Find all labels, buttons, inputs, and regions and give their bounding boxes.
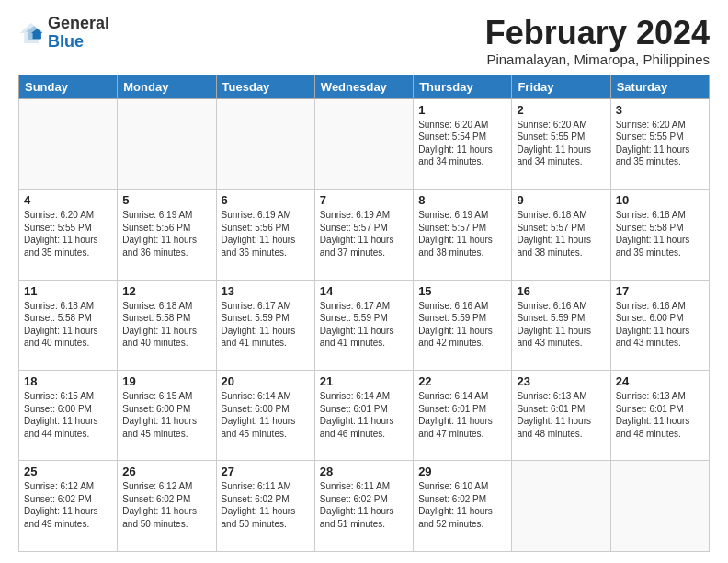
calendar-cell: 11Sunrise: 6:18 AM Sunset: 5:58 PM Dayli… bbox=[19, 280, 118, 370]
day-number: 5 bbox=[122, 193, 210, 207]
calendar-cell: 12Sunrise: 6:18 AM Sunset: 5:58 PM Dayli… bbox=[118, 280, 216, 370]
day-header-sunday: Sunday bbox=[19, 75, 118, 98]
day-info: Sunrise: 6:16 AM Sunset: 5:59 PM Dayligh… bbox=[517, 300, 605, 350]
day-info: Sunrise: 6:13 AM Sunset: 6:01 PM Dayligh… bbox=[517, 390, 605, 440]
day-info: Sunrise: 6:20 AM Sunset: 5:55 PM Dayligh… bbox=[616, 119, 704, 168]
day-number: 24 bbox=[616, 374, 704, 388]
day-header-monday: Monday bbox=[118, 75, 216, 98]
calendar-cell: 17Sunrise: 6:16 AM Sunset: 6:00 PM Dayli… bbox=[610, 280, 709, 370]
day-number: 4 bbox=[24, 193, 112, 207]
day-number: 25 bbox=[24, 465, 112, 478]
day-info: Sunrise: 6:19 AM Sunset: 5:57 PM Dayligh… bbox=[418, 209, 506, 259]
title-block: February 2024 Pinamalayan, Mimaropa, Phi… bbox=[485, 15, 710, 67]
day-number: 12 bbox=[122, 284, 210, 298]
logo-text: General Blue bbox=[48, 15, 109, 52]
day-number: 21 bbox=[320, 374, 408, 388]
calendar-cell: 5Sunrise: 6:19 AM Sunset: 5:56 PM Daylig… bbox=[118, 190, 216, 280]
day-info: Sunrise: 6:15 AM Sunset: 6:00 PM Dayligh… bbox=[24, 390, 112, 440]
day-number: 7 bbox=[320, 193, 408, 207]
calendar-cell: 20Sunrise: 6:14 AM Sunset: 6:00 PM Dayli… bbox=[216, 371, 314, 461]
calendar-cell: 1Sunrise: 6:20 AM Sunset: 5:54 PM Daylig… bbox=[414, 98, 512, 189]
calendar-cell: 14Sunrise: 6:17 AM Sunset: 5:59 PM Dayli… bbox=[314, 280, 413, 370]
day-info: Sunrise: 6:18 AM Sunset: 5:58 PM Dayligh… bbox=[24, 300, 112, 350]
day-number: 27 bbox=[222, 465, 310, 478]
day-header-saturday: Saturday bbox=[610, 75, 709, 98]
day-info: Sunrise: 6:10 AM Sunset: 6:02 PM Dayligh… bbox=[418, 480, 506, 530]
day-info: Sunrise: 6:12 AM Sunset: 6:02 PM Dayligh… bbox=[122, 480, 210, 530]
calendar-title: February 2024 bbox=[485, 15, 710, 52]
day-info: Sunrise: 6:20 AM Sunset: 5:54 PM Dayligh… bbox=[418, 119, 506, 168]
day-number: 19 bbox=[122, 374, 210, 388]
day-info: Sunrise: 6:20 AM Sunset: 5:55 PM Dayligh… bbox=[24, 209, 112, 259]
calendar-cell: 2Sunrise: 6:20 AM Sunset: 5:55 PM Daylig… bbox=[512, 98, 610, 189]
day-info: Sunrise: 6:14 AM Sunset: 6:01 PM Dayligh… bbox=[418, 390, 506, 440]
day-info: Sunrise: 6:20 AM Sunset: 5:55 PM Dayligh… bbox=[517, 119, 605, 168]
logo-blue: Blue bbox=[48, 32, 84, 51]
logo-icon bbox=[18, 20, 44, 46]
day-number: 8 bbox=[418, 193, 506, 207]
day-header-tuesday: Tuesday bbox=[216, 75, 314, 98]
day-info: Sunrise: 6:18 AM Sunset: 5:58 PM Dayligh… bbox=[616, 209, 704, 259]
calendar-cell: 25Sunrise: 6:12 AM Sunset: 6:02 PM Dayli… bbox=[19, 461, 118, 552]
day-header-wednesday: Wednesday bbox=[314, 75, 413, 98]
week-row-3: 18Sunrise: 6:15 AM Sunset: 6:00 PM Dayli… bbox=[19, 371, 710, 461]
day-number: 23 bbox=[517, 374, 605, 388]
calendar-cell: 19Sunrise: 6:15 AM Sunset: 6:00 PM Dayli… bbox=[118, 371, 216, 461]
day-number: 6 bbox=[222, 193, 310, 207]
week-row-1: 4Sunrise: 6:20 AM Sunset: 5:55 PM Daylig… bbox=[19, 190, 710, 280]
calendar-cell bbox=[216, 98, 314, 189]
calendar-cell: 8Sunrise: 6:19 AM Sunset: 5:57 PM Daylig… bbox=[414, 190, 512, 280]
logo: General Blue bbox=[18, 15, 109, 52]
day-number: 20 bbox=[222, 374, 310, 388]
day-info: Sunrise: 6:18 AM Sunset: 5:57 PM Dayligh… bbox=[517, 209, 605, 259]
day-info: Sunrise: 6:12 AM Sunset: 6:02 PM Dayligh… bbox=[24, 480, 112, 530]
day-number: 16 bbox=[517, 284, 605, 298]
logo-general: General bbox=[48, 14, 109, 32]
calendar-cell: 7Sunrise: 6:19 AM Sunset: 5:57 PM Daylig… bbox=[314, 190, 413, 280]
day-info: Sunrise: 6:15 AM Sunset: 6:00 PM Dayligh… bbox=[122, 390, 210, 440]
calendar-cell: 6Sunrise: 6:19 AM Sunset: 5:56 PM Daylig… bbox=[216, 190, 314, 280]
day-number: 28 bbox=[320, 465, 408, 478]
day-number: 15 bbox=[418, 284, 506, 298]
week-row-2: 11Sunrise: 6:18 AM Sunset: 5:58 PM Dayli… bbox=[19, 280, 710, 370]
calendar-cell: 28Sunrise: 6:11 AM Sunset: 6:02 PM Dayli… bbox=[314, 461, 413, 552]
calendar-cell: 29Sunrise: 6:10 AM Sunset: 6:02 PM Dayli… bbox=[414, 461, 512, 552]
day-header-friday: Friday bbox=[512, 75, 610, 98]
day-info: Sunrise: 6:13 AM Sunset: 6:01 PM Dayligh… bbox=[616, 390, 704, 440]
calendar-cell bbox=[512, 461, 610, 552]
day-info: Sunrise: 6:18 AM Sunset: 5:58 PM Dayligh… bbox=[122, 300, 210, 350]
calendar-cell: 21Sunrise: 6:14 AM Sunset: 6:01 PM Dayli… bbox=[314, 371, 413, 461]
calendar-cell: 23Sunrise: 6:13 AM Sunset: 6:01 PM Dayli… bbox=[512, 371, 610, 461]
week-row-0: 1Sunrise: 6:20 AM Sunset: 5:54 PM Daylig… bbox=[19, 98, 710, 189]
calendar-cell: 4Sunrise: 6:20 AM Sunset: 5:55 PM Daylig… bbox=[19, 190, 118, 280]
day-info: Sunrise: 6:19 AM Sunset: 5:56 PM Dayligh… bbox=[122, 209, 210, 259]
day-number: 10 bbox=[616, 193, 704, 207]
day-number: 22 bbox=[418, 374, 506, 388]
calendar-cell: 27Sunrise: 6:11 AM Sunset: 6:02 PM Dayli… bbox=[216, 461, 314, 552]
day-number: 13 bbox=[222, 284, 310, 298]
calendar-cell: 10Sunrise: 6:18 AM Sunset: 5:58 PM Dayli… bbox=[610, 190, 709, 280]
day-number: 29 bbox=[418, 465, 506, 478]
day-info: Sunrise: 6:14 AM Sunset: 6:01 PM Dayligh… bbox=[320, 390, 408, 440]
day-info: Sunrise: 6:11 AM Sunset: 6:02 PM Dayligh… bbox=[320, 480, 408, 530]
day-info: Sunrise: 6:16 AM Sunset: 6:00 PM Dayligh… bbox=[616, 300, 704, 350]
day-info: Sunrise: 6:17 AM Sunset: 5:59 PM Dayligh… bbox=[222, 300, 310, 350]
day-info: Sunrise: 6:17 AM Sunset: 5:59 PM Dayligh… bbox=[320, 300, 408, 350]
week-row-4: 25Sunrise: 6:12 AM Sunset: 6:02 PM Dayli… bbox=[19, 461, 710, 552]
day-number: 1 bbox=[418, 103, 506, 117]
day-number: 17 bbox=[616, 284, 704, 298]
day-number: 2 bbox=[517, 103, 605, 117]
calendar-cell bbox=[314, 98, 413, 189]
day-info: Sunrise: 6:11 AM Sunset: 6:02 PM Dayligh… bbox=[222, 480, 310, 530]
day-header-thursday: Thursday bbox=[414, 75, 512, 98]
day-number: 14 bbox=[320, 284, 408, 298]
calendar-cell: 22Sunrise: 6:14 AM Sunset: 6:01 PM Dayli… bbox=[414, 371, 512, 461]
calendar-cell: 18Sunrise: 6:15 AM Sunset: 6:00 PM Dayli… bbox=[19, 371, 118, 461]
header: General Blue February 2024 Pinamalayan, … bbox=[18, 15, 710, 67]
day-number: 9 bbox=[517, 193, 605, 207]
calendar-cell: 13Sunrise: 6:17 AM Sunset: 5:59 PM Dayli… bbox=[216, 280, 314, 370]
calendar-cell bbox=[19, 98, 118, 189]
calendar-cell: 3Sunrise: 6:20 AM Sunset: 5:55 PM Daylig… bbox=[610, 98, 709, 189]
calendar-cell: 16Sunrise: 6:16 AM Sunset: 5:59 PM Dayli… bbox=[512, 280, 610, 370]
day-info: Sunrise: 6:19 AM Sunset: 5:57 PM Dayligh… bbox=[320, 209, 408, 259]
